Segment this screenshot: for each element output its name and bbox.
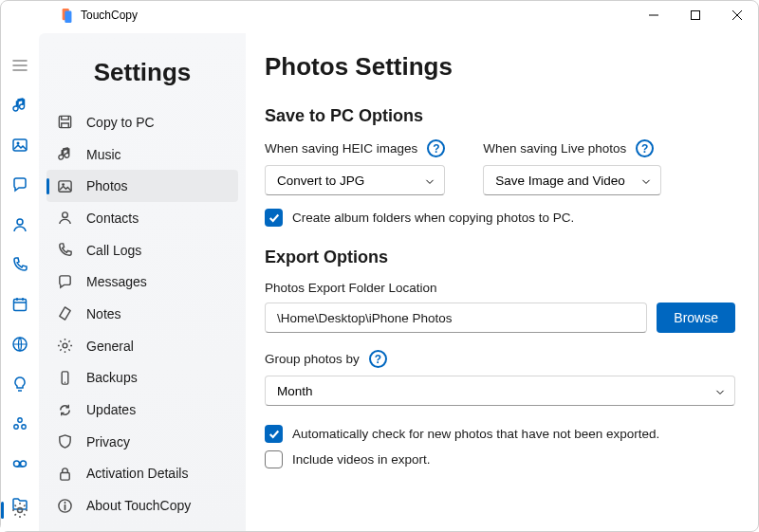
sidebar-contacts-icon[interactable] [9,213,31,236]
nav-label: Contacts [86,211,139,226]
heic-select[interactable]: Convert to JPG [265,165,445,195]
nav-photos[interactable]: Photos [46,170,238,202]
help-icon[interactable]: ? [369,350,387,368]
page-title: Photos Settings [265,52,735,82]
select-value: Month [277,384,313,398]
nav-privacy[interactable]: Privacy [46,426,238,458]
help-icon[interactable]: ? [427,139,445,157]
group-by-label: Group photos by [265,352,360,366]
content-pane: Photos Settings Save to PC Options When … [246,29,758,531]
sidebar-calendar-icon[interactable] [9,293,31,316]
select-value: Convert to JPG [277,174,364,188]
group-by-select[interactable]: Month [265,376,735,406]
minimize-button[interactable] [633,1,675,29]
app-icon [60,8,75,23]
settings-title: Settings [46,58,238,87]
nav-call-logs[interactable]: Call Logs [46,234,238,266]
lock-icon [56,465,73,482]
app-window: TouchCopy Settings Copy to PC Music [0,0,759,532]
nav-label: Updates [86,402,136,417]
nav-label: About TouchCopy [86,498,191,513]
nav-label: General [86,339,134,354]
export-options-section: Export Options Photos Export Folder Loca… [265,248,735,468]
icon-sidebar [1,29,39,531]
sidebar-call-logs-icon[interactable] [9,253,31,276]
svg-rect-17 [65,11,71,23]
section-title: Save to PC Options [265,106,735,126]
heic-label: When saving HEIC images [265,141,417,156]
nav-music[interactable]: Music [46,138,238,171]
svg-rect-18 [692,11,700,20]
sidebar-shared-icon[interactable] [9,452,31,475]
info-icon [56,497,73,514]
nav-general[interactable]: General [46,330,238,362]
photo-icon [56,177,73,194]
live-label: When saving Live photos [483,141,626,156]
include-videos-checkbox[interactable] [265,450,283,468]
chevron-down-icon [715,386,725,395]
note-icon [56,305,73,322]
sidebar-settings-icon[interactable] [9,499,31,522]
include-videos-label: Include videos in export. [292,452,431,467]
export-folder-label: Photos Export Folder Location [265,281,735,295]
sidebar-voicemail-icon[interactable] [9,413,31,435]
nav-contacts[interactable]: Contacts [46,202,238,234]
close-button[interactable] [716,1,758,29]
gear-icon [56,338,73,355]
shield-icon [56,433,73,450]
nav-messages[interactable]: Messages [46,266,238,298]
nav-label: Backups [86,370,138,385]
sidebar-messages-icon[interactable] [9,174,31,196]
nav-label: Messages [86,274,147,289]
settings-nav: Settings Copy to PC Music Photos Contact… [39,33,246,531]
save-to-pc-section: Save to PC Options When saving HEIC imag… [265,106,735,227]
nav-backups[interactable]: Backups [46,362,238,394]
section-title: Export Options [265,248,735,267]
nav-label: Activation Details [86,466,188,481]
nav-label: Music [86,147,121,162]
help-icon[interactable]: ? [636,139,654,157]
device-icon [56,369,73,386]
nav-notes[interactable]: Notes [46,298,238,330]
live-photos-select[interactable]: Save Image and Video [483,165,661,195]
nav-about[interactable]: About TouchCopy [46,489,238,522]
nav-label: Photos [86,178,128,193]
hamburger-menu-icon[interactable] [9,54,31,77]
nav-copy-to-pc[interactable]: Copy to PC [46,106,238,138]
title-bar: TouchCopy [1,1,758,29]
export-folder-input[interactable]: \Home\Desktop\iPhone Photos [265,303,647,333]
sidebar-music-icon[interactable] [9,94,31,117]
browse-button[interactable]: Browse [657,303,735,333]
select-value: Save Image and Video [495,174,624,188]
chat-icon [56,273,73,290]
albums-checkbox-label: Create album folders when copying photos… [292,211,574,225]
sidebar-internet-icon[interactable] [9,333,31,356]
music-icon [56,146,73,163]
chevron-down-icon [641,175,651,185]
window-controls [633,1,758,29]
chevron-down-icon [425,175,435,185]
sidebar-photos-icon[interactable] [9,134,31,156]
maximize-button[interactable] [675,1,716,29]
auto-check-checkbox[interactable] [265,425,283,443]
nav-label: Notes [86,306,121,321]
phone-icon [56,242,73,259]
nav-label: Privacy [86,434,130,449]
save-icon [56,114,73,131]
nav-label: Call Logs [86,243,141,258]
auto-check-label: Automatically check for new photos that … [292,427,659,441]
app-title: TouchCopy [81,9,138,22]
nav-label: Copy to PC [86,115,155,130]
refresh-icon [56,401,73,418]
sidebar-notes-icon[interactable] [9,373,31,395]
albums-checkbox[interactable] [265,209,283,227]
nav-updates[interactable]: Updates [46,394,238,426]
contact-icon [56,210,73,227]
nav-activation[interactable]: Activation Details [46,458,238,490]
